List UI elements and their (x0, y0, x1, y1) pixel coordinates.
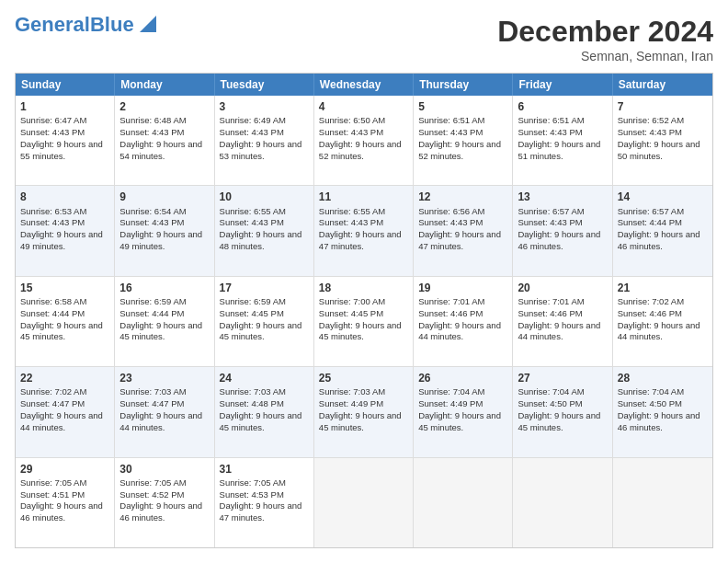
calendar-cell: 16 Sunrise: 6:59 AM Sunset: 4:44 PM Dayl… (115, 277, 214, 366)
sunset-text: Sunset: 4:43 PM (319, 127, 383, 137)
sunrise-text: Sunrise: 6:47 AM (20, 115, 86, 125)
day-number: 16 (119, 281, 209, 295)
calendar-cell: 31 Sunrise: 7:05 AM Sunset: 4:53 PM Dayl… (215, 458, 314, 547)
daylight-text: Daylight: 9 hours and 53 minutes. (220, 139, 302, 161)
sunrise-text: Sunrise: 7:04 AM (418, 386, 484, 396)
calendar-cell: 14 Sunrise: 6:57 AM Sunset: 4:44 PM Dayl… (613, 186, 712, 275)
calendar-cell: 20 Sunrise: 7:01 AM Sunset: 4:46 PM Dayl… (513, 277, 612, 366)
sunrise-text: Sunrise: 7:03 AM (119, 386, 186, 396)
sunset-text: Sunset: 4:49 PM (319, 398, 383, 408)
sunset-text: Sunset: 4:46 PM (518, 308, 582, 318)
weekday-header: Saturday (613, 74, 712, 96)
calendar-cell: 21 Sunrise: 7:02 AM Sunset: 4:46 PM Dayl… (613, 277, 712, 366)
sunset-text: Sunset: 4:43 PM (418, 127, 483, 137)
daylight-text: Daylight: 9 hours and 44 minutes. (518, 320, 600, 342)
day-number: 30 (119, 462, 209, 477)
sunset-text: Sunset: 4:43 PM (119, 217, 184, 227)
sunset-text: Sunset: 4:47 PM (119, 398, 184, 408)
sunset-text: Sunset: 4:46 PM (618, 308, 682, 318)
title-section: December 2024 Semnan, Semnan, Iran (497, 15, 713, 63)
sunrise-text: Sunrise: 7:03 AM (220, 386, 286, 396)
calendar-cell: 23 Sunrise: 7:03 AM Sunset: 4:47 PM Dayl… (115, 367, 214, 456)
calendar-cell: 3 Sunrise: 6:49 AM Sunset: 4:43 PM Dayli… (215, 96, 314, 185)
calendar-cell-empty (613, 458, 712, 547)
daylight-text: Daylight: 9 hours and 44 minutes. (618, 320, 700, 342)
calendar-cell: 18 Sunrise: 7:00 AM Sunset: 4:45 PM Dayl… (314, 277, 414, 366)
page: GeneralBlue December 2024 Semnan, Semnan… (0, 0, 728, 563)
day-number: 1 (20, 99, 109, 114)
daylight-text: Daylight: 9 hours and 45 minutes. (119, 320, 202, 342)
day-number: 24 (220, 371, 309, 385)
sunrise-text: Sunrise: 7:04 AM (618, 386, 684, 396)
sunset-text: Sunset: 4:43 PM (518, 217, 582, 227)
weekday-header: Sunday (16, 74, 115, 96)
day-number: 8 (20, 190, 109, 204)
sunrise-text: Sunrise: 7:02 AM (20, 386, 86, 396)
daylight-text: Daylight: 9 hours and 45 minutes. (220, 320, 302, 342)
calendar-cell-empty (513, 458, 612, 547)
day-number: 2 (119, 99, 209, 114)
calendar-cell: 10 Sunrise: 6:55 AM Sunset: 4:43 PM Dayl… (215, 186, 314, 275)
month-title: December 2024 (497, 15, 713, 49)
sunrise-text: Sunrise: 6:51 AM (518, 115, 584, 125)
weekday-header: Monday (115, 74, 214, 96)
calendar-row: 1 Sunrise: 6:47 AM Sunset: 4:43 PM Dayli… (16, 96, 712, 186)
daylight-text: Daylight: 9 hours and 47 minutes. (418, 229, 501, 251)
daylight-text: Daylight: 9 hours and 45 minutes. (220, 410, 302, 432)
day-number: 29 (20, 462, 109, 477)
daylight-text: Daylight: 9 hours and 46 minutes. (618, 229, 700, 251)
calendar: SundayMondayTuesdayWednesdayThursdayFrid… (15, 73, 713, 548)
sunrise-text: Sunrise: 6:48 AM (119, 115, 186, 125)
calendar-row: 15 Sunrise: 6:58 AM Sunset: 4:44 PM Dayl… (16, 277, 712, 367)
day-number: 22 (20, 371, 109, 385)
svg-marker-0 (140, 16, 156, 32)
daylight-text: Daylight: 9 hours and 45 minutes. (20, 320, 103, 342)
daylight-text: Daylight: 9 hours and 49 minutes. (20, 229, 103, 251)
weekday-header: Friday (513, 74, 612, 96)
sunset-text: Sunset: 4:43 PM (220, 127, 284, 137)
day-number: 20 (518, 281, 607, 295)
sunrise-text: Sunrise: 6:54 AM (119, 206, 186, 216)
sunset-text: Sunset: 4:50 PM (518, 398, 582, 408)
sunset-text: Sunset: 4:43 PM (518, 127, 582, 137)
calendar-row: 29 Sunrise: 7:05 AM Sunset: 4:51 PM Dayl… (16, 458, 712, 547)
calendar-cell-empty (414, 458, 513, 547)
calendar-cell: 1 Sunrise: 6:47 AM Sunset: 4:43 PM Dayli… (16, 96, 115, 185)
daylight-text: Daylight: 9 hours and 46 minutes. (119, 500, 202, 523)
calendar-cell: 9 Sunrise: 6:54 AM Sunset: 4:43 PM Dayli… (115, 186, 214, 275)
sunrise-text: Sunrise: 6:49 AM (220, 115, 286, 125)
day-number: 26 (418, 371, 507, 385)
sunrise-text: Sunrise: 7:01 AM (418, 296, 484, 306)
sunset-text: Sunset: 4:50 PM (618, 398, 682, 408)
calendar-cell: 8 Sunrise: 6:53 AM Sunset: 4:43 PM Dayli… (16, 186, 115, 275)
sunset-text: Sunset: 4:43 PM (20, 127, 85, 137)
sunset-text: Sunset: 4:47 PM (20, 398, 85, 408)
calendar-cell: 4 Sunrise: 6:50 AM Sunset: 4:43 PM Dayli… (314, 96, 414, 185)
daylight-text: Daylight: 9 hours and 51 minutes. (518, 139, 600, 161)
logo: GeneralBlue (15, 15, 156, 35)
calendar-cell: 11 Sunrise: 6:55 AM Sunset: 4:43 PM Dayl… (314, 186, 414, 275)
day-number: 31 (220, 462, 309, 477)
sunset-text: Sunset: 4:46 PM (418, 308, 483, 318)
daylight-text: Daylight: 9 hours and 52 minutes. (319, 139, 402, 161)
day-number: 23 (119, 371, 209, 385)
sunset-text: Sunset: 4:43 PM (618, 127, 682, 137)
calendar-body: 1 Sunrise: 6:47 AM Sunset: 4:43 PM Dayli… (16, 96, 712, 547)
daylight-text: Daylight: 9 hours and 44 minutes. (418, 320, 501, 342)
day-number: 18 (319, 281, 408, 295)
calendar-cell: 15 Sunrise: 6:58 AM Sunset: 4:44 PM Dayl… (16, 277, 115, 366)
calendar-cell: 28 Sunrise: 7:04 AM Sunset: 4:50 PM Dayl… (613, 367, 712, 456)
sunrise-text: Sunrise: 6:56 AM (418, 206, 484, 216)
day-number: 25 (319, 371, 408, 385)
daylight-text: Daylight: 9 hours and 49 minutes. (119, 229, 202, 251)
day-number: 19 (418, 281, 507, 295)
calendar-cell: 13 Sunrise: 6:57 AM Sunset: 4:43 PM Dayl… (513, 186, 612, 275)
sunset-text: Sunset: 4:51 PM (20, 489, 85, 500)
weekday-header: Thursday (414, 74, 513, 96)
sunset-text: Sunset: 4:48 PM (220, 398, 284, 408)
day-number: 5 (418, 99, 507, 114)
calendar-cell: 30 Sunrise: 7:05 AM Sunset: 4:52 PM Dayl… (115, 458, 214, 547)
calendar-cell: 29 Sunrise: 7:05 AM Sunset: 4:51 PM Dayl… (16, 458, 115, 547)
logo-general: General (15, 13, 90, 36)
sunset-text: Sunset: 4:44 PM (20, 308, 85, 318)
